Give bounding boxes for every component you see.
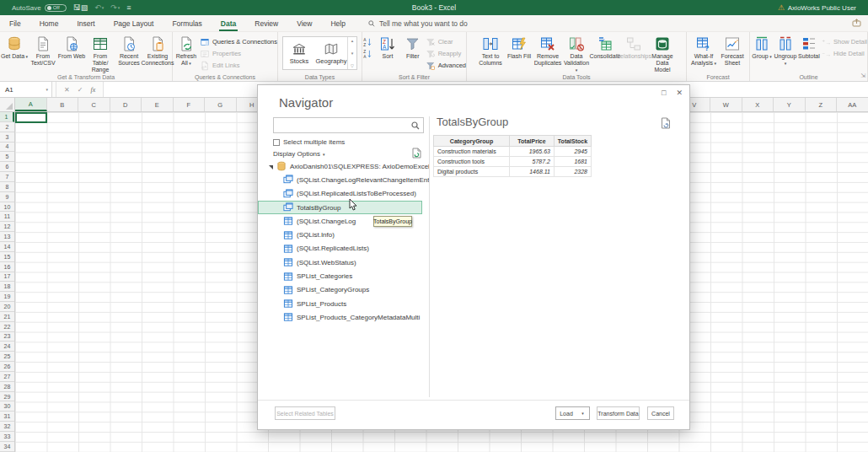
filter-button[interactable]: Filter — [400, 34, 426, 60]
remove-duplicates-button[interactable]: Remove Duplicates — [533, 34, 562, 67]
name-box-caret-icon[interactable]: ▾ — [46, 87, 48, 92]
data-validation-button[interactable]: Data Validation ▾ — [562, 34, 591, 73]
column-header-x[interactable]: X — [742, 98, 774, 111]
row-header-1[interactable]: 1 — [0, 112, 14, 122]
row-header-3[interactable]: 3 — [0, 132, 14, 143]
row-header-5[interactable]: 5 — [0, 152, 14, 162]
tab-page-layout[interactable]: Page Layout — [104, 15, 163, 31]
what-if-analysis-button[interactable]: ?What-If Analysis ▾ — [689, 34, 718, 67]
customize-qat-icon[interactable]: ≡ — [126, 4, 131, 12]
tree-item-splist-products-categorymetadatamulti[interactable]: SPList_Products_CategoryMetadataMulti — [258, 310, 429, 324]
column-header-b[interactable]: B — [47, 98, 79, 111]
row-header-24[interactable]: 24 — [0, 342, 14, 352]
subtotal-button[interactable]: Subtotal — [797, 34, 821, 60]
row-header-30[interactable]: 30 — [0, 401, 14, 412]
row-header-18[interactable]: 18 — [0, 282, 14, 292]
redo-icon[interactable]: ↷▾ — [110, 4, 120, 12]
forecast-sheet-button[interactable]: Forecast Sheet — [718, 34, 747, 67]
undo-icon[interactable]: ↶▾ — [94, 4, 104, 12]
scroll-up-icon[interactable]: ▴ — [351, 38, 354, 43]
cancel-button[interactable]: Cancel — [647, 406, 674, 420]
column-header-f[interactable]: F — [174, 98, 206, 111]
from-table-range-button[interactable]: From Table/ Range — [86, 34, 115, 73]
column-header-w[interactable]: W — [710, 98, 742, 111]
column-header-y[interactable]: Y — [774, 98, 806, 111]
dialog-launcher-icon[interactable]: ⇲ — [860, 73, 865, 79]
name-box[interactable]: A1 ▾ — [0, 82, 52, 97]
select-related-tables-button[interactable]: Select Related Tables — [275, 406, 335, 420]
row-header-13[interactable]: 13 — [0, 232, 14, 242]
flash-fill-button[interactable]: Flash Fill — [505, 34, 533, 60]
row-header-8[interactable]: 8 — [0, 182, 14, 192]
column-header-d[interactable]: D — [110, 98, 142, 111]
group-button[interactable]: Group ▾ — [750, 34, 774, 60]
tab-view[interactable]: View — [287, 15, 321, 31]
consolidate-button[interactable]: Consolidate — [591, 34, 619, 60]
row-header-28[interactable]: 28 — [0, 382, 14, 392]
row-header-20[interactable]: 20 — [0, 302, 14, 312]
expand-caret-icon[interactable] — [269, 165, 273, 170]
tab-review[interactable]: Review — [245, 15, 287, 31]
column-header-z[interactable]: Z — [806, 98, 838, 111]
tree-item-splist-categories[interactable]: SPList_Categories — [258, 269, 429, 282]
checkbox[interactable] — [273, 139, 280, 146]
row-header-4[interactable]: 4 — [0, 143, 14, 153]
tab-data[interactable]: Data — [212, 15, 245, 31]
tree-item-splist-products[interactable]: SPList_Products — [258, 297, 429, 310]
select-all-corner[interactable] — [0, 98, 15, 112]
cancel-entry-icon[interactable]: ✕ — [64, 86, 70, 94]
tree-item-sqlist-replicatedliststobeprocessed[interactable]: (SQList.ReplicatedListsToBeProcessed) — [258, 187, 429, 201]
dialog-maximize-icon[interactable]: □ — [662, 89, 666, 97]
row-header-25[interactable]: 25 — [0, 352, 14, 362]
insert-function-icon[interactable]: fx — [90, 86, 95, 94]
row-header-33[interactable]: 33 — [0, 432, 14, 442]
selected-cell-a1[interactable] — [15, 112, 47, 123]
tab-insert[interactable]: Insert — [67, 15, 104, 31]
tab-file[interactable]: File — [0, 15, 30, 31]
row-header-7[interactable]: 7 — [0, 172, 14, 182]
row-header-12[interactable]: 12 — [0, 222, 14, 232]
load-button[interactable]: Load — [555, 406, 577, 420]
save-icon[interactable]: 🖫︎▧ — [73, 4, 88, 12]
geography-button[interactable]: Geography — [315, 37, 347, 69]
column-header-c[interactable]: C — [78, 98, 110, 111]
autosave-toggle[interactable]: AutoSave Off — [12, 4, 67, 12]
row-header-6[interactable]: 6 — [0, 162, 14, 172]
sort-za-button[interactable]: ZA — [362, 49, 372, 59]
tree-item-sqlist-webstatus[interactable]: (SQList.WebStatus) — [258, 256, 429, 269]
column-header-aa[interactable]: AA — [837, 98, 868, 111]
refresh-preview-icon[interactable] — [661, 117, 671, 129]
display-options-dropdown[interactable]: Display Options▾ — [273, 150, 325, 158]
row-header-34[interactable]: 34 — [0, 442, 14, 452]
column-header-e[interactable]: E — [142, 98, 174, 111]
dialog-close-icon[interactable]: ✕ — [676, 89, 683, 97]
load-split-caret[interactable]: ▾ — [576, 406, 590, 420]
confirm-entry-icon[interactable]: ✓ — [78, 86, 83, 94]
row-header-29[interactable]: 29 — [0, 392, 14, 402]
sort-button[interactable]: ZASort — [375, 34, 400, 60]
row-header-23[interactable]: 23 — [0, 332, 14, 342]
ungroup-button[interactable]: Ungroup ▾ — [774, 34, 797, 67]
scroll-down-icon[interactable]: ▾ — [351, 51, 354, 56]
row-header-19[interactable]: 19 — [0, 292, 14, 302]
search-input[interactable] — [274, 121, 411, 129]
refresh-list-icon[interactable] — [412, 148, 421, 159]
stocks-button[interactable]: Stocks — [283, 37, 315, 69]
recent-sources-button[interactable]: Recent Sources — [115, 34, 143, 67]
row-header-32[interactable]: 32 — [0, 422, 14, 432]
row-header-2[interactable]: 2 — [0, 122, 14, 132]
tree-item-sqlist-changelogrelevantchangeitementries[interactable]: (SQList.ChangeLogRelevantChangeItemEntri… — [258, 173, 429, 186]
row-header-15[interactable]: 15 — [0, 252, 14, 262]
row-header-27[interactable]: 27 — [0, 372, 14, 382]
row-header-22[interactable]: 22 — [0, 322, 14, 332]
row-header-26[interactable]: 26 — [0, 362, 14, 372]
tree-item-totalsbygroup[interactable]: TotalsByGroup — [258, 201, 422, 214]
tab-home[interactable]: Home — [30, 15, 68, 31]
row-header-31[interactable]: 31 — [0, 412, 14, 422]
manage-data-model-button[interactable]: Manage Data Model — [648, 34, 677, 73]
row-header-14[interactable]: 14 — [0, 242, 14, 252]
from-text-csv-button[interactable]: From Text/CSV — [29, 34, 57, 67]
row-header-21[interactable]: 21 — [0, 312, 14, 322]
tell-me-box[interactable]: Tell me what you want to do — [368, 15, 468, 31]
row-header-9[interactable]: 9 — [0, 192, 14, 202]
